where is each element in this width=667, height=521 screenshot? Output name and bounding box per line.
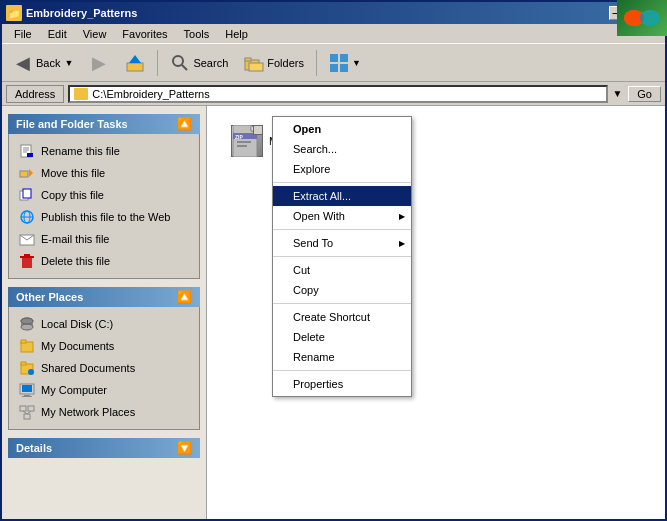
copy-file-item[interactable]: Copy this file [17,184,191,206]
menu-edit[interactable]: Edit [40,26,75,42]
toolbar-separator-2 [316,50,317,76]
menu-favorites[interactable]: Favorites [114,26,175,42]
local-disk-item[interactable]: Local Disk (C:) [17,313,191,335]
svg-point-33 [21,324,33,330]
local-disk-icon [19,316,35,332]
my-computer-icon [19,382,35,398]
ctx-sep-3 [273,256,411,257]
publish-file-item[interactable]: Publish this file to the Web [17,206,191,228]
menu-tools[interactable]: Tools [176,26,218,42]
shared-documents-item[interactable]: Shared Documents [17,357,191,379]
back-dropdown-icon: ▼ [64,58,73,68]
my-computer-item[interactable]: My Computer [17,379,191,401]
ctx-rename[interactable]: Rename [273,347,411,367]
back-icon: ◀ [13,53,33,73]
ctx-cut[interactable]: Cut [273,260,411,280]
search-icon [170,53,190,73]
ctx-create-shortcut[interactable]: Create Shortcut [273,307,411,327]
window-icon: 📁 [6,5,22,21]
address-input[interactable]: C:\Embroidery_Patterns [68,85,608,103]
file-tasks-header[interactable]: File and Folder Tasks 🔼 [8,114,200,134]
address-label: Address [6,85,64,103]
svg-rect-43 [22,396,32,397]
ctx-open-with[interactable]: Open With [273,206,411,226]
svg-rect-19 [27,153,33,157]
toolbar-separator-1 [157,50,158,76]
svg-rect-42 [24,395,30,396]
my-network-item[interactable]: My Network Places [17,401,191,423]
svg-rect-12 [340,54,348,62]
svg-rect-52 [237,141,251,143]
other-places-body: Local Disk (C:) My Documents [8,307,200,430]
rename-file-item[interactable]: Rename this file [17,140,191,162]
svg-point-6 [173,56,183,66]
ctx-sep-2 [273,229,411,230]
menu-bar: File Edit View Favorites Tools Help [2,24,665,44]
window-title: Embroidery_Patterns [26,7,609,19]
svg-text:ZIP: ZIP [235,134,243,140]
folders-button[interactable]: Folders [237,48,311,78]
svg-rect-38 [21,362,26,365]
details-header[interactable]: Details 🔽 [8,438,200,458]
email-icon [19,231,35,247]
left-panel: File and Folder Tasks 🔼 [2,106,207,519]
ctx-delete[interactable]: Delete [273,327,411,347]
address-dropdown-icon[interactable]: ▼ [612,88,622,99]
menu-view[interactable]: View [75,26,115,42]
other-places-collapse-icon: 🔼 [177,290,192,304]
forward-button[interactable]: ▶ [82,48,116,78]
ctx-extract[interactable]: Extract All... [273,186,411,206]
move-file-item[interactable]: Move this file [17,162,191,184]
go-button[interactable]: Go [628,86,661,102]
my-network-icon [19,404,35,420]
back-button[interactable]: ◀ Back ▼ [6,48,80,78]
view-dropdown-icon: ▼ [352,58,361,68]
folders-icon [244,53,264,73]
svg-marker-50 [251,125,257,131]
other-places-header[interactable]: Other Places 🔼 [8,287,200,307]
ctx-send-to[interactable]: Send To [273,233,411,253]
ctx-properties[interactable]: Properties [273,374,411,394]
address-bar: Address C:\Embroidery_Patterns ▼ Go [2,82,665,106]
copy-icon [19,187,35,203]
file-tasks-collapse-icon: 🔼 [177,117,192,131]
svg-rect-30 [24,254,30,256]
move-icon [19,165,35,181]
up-icon [125,53,145,73]
ctx-open[interactable]: Open [273,119,411,139]
main-window: 📁 Embroidery_Patterns — ❐ ✕ File Edit Vi… [0,0,667,521]
shared-documents-icon [19,360,35,376]
menu-file[interactable]: File [6,26,40,42]
details-collapse-icon: 🔽 [177,441,192,455]
svg-rect-11 [330,54,338,62]
file-tasks-section: File and Folder Tasks 🔼 [8,114,200,279]
search-button[interactable]: Search [163,48,235,78]
forward-icon: ▶ [89,53,109,73]
svg-rect-44 [20,406,26,411]
main-content: File and Folder Tasks 🔼 [2,106,665,519]
email-file-item[interactable]: E-mail this file [17,228,191,250]
ctx-search[interactable]: Search... [273,139,411,159]
delete-file-item[interactable]: Delete this file [17,250,191,272]
view-icon [329,53,349,73]
context-menu: Open Search... Explore Extract All... Op… [272,116,412,397]
menu-help[interactable]: Help [217,26,256,42]
ctx-explore[interactable]: Explore [273,159,411,179]
svg-rect-9 [245,58,251,61]
svg-rect-28 [22,258,32,268]
winxp-logo [617,0,667,36]
svg-rect-41 [22,385,32,392]
up-button[interactable] [118,48,152,78]
my-documents-icon [19,338,35,354]
view-button[interactable]: ▼ [322,48,368,78]
ctx-sep-4 [273,303,411,304]
svg-line-7 [182,65,187,70]
svg-rect-46 [24,414,30,419]
my-documents-item[interactable]: My Documents [17,335,191,357]
publish-icon [19,209,35,225]
ctx-copy[interactable]: Copy [273,280,411,300]
svg-rect-14 [340,64,348,72]
svg-rect-36 [21,340,26,343]
ctx-sep-5 [273,370,411,371]
svg-point-3 [640,10,660,26]
